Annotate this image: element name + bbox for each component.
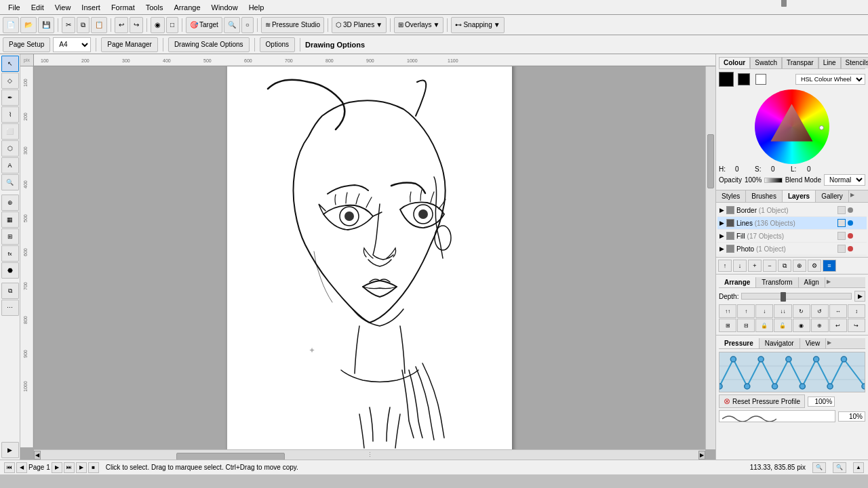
arrange-back[interactable]: ↓ [755, 304, 773, 318]
fill-tool[interactable]: ⬡ [1, 140, 19, 157]
pressure-studio-button[interactable]: ≋ Pressure Studio [261, 17, 324, 33]
undo-button[interactable]: ↩ [115, 17, 128, 33]
eyedropper-tool[interactable]: ⊕ [1, 195, 19, 211]
menu-arrange[interactable]: Arrange [168, 2, 205, 13]
zoom-in-status[interactable]: 🔍 [833, 462, 846, 473]
circle-btn[interactable]: ◉ [151, 17, 165, 33]
menu-file[interactable]: File [3, 2, 26, 13]
vertical-scrollbar[interactable] [705, 66, 715, 449]
pressure-percent2-input[interactable] [838, 411, 865, 422]
arrange-extra2[interactable]: ↪ [848, 319, 865, 332]
symbol-tool[interactable]: ⬣ [1, 262, 19, 279]
pressure-expand[interactable]: ▶ [826, 338, 833, 348]
arrange-expand[interactable]: ▶ [825, 277, 832, 287]
tab-brushes[interactable]: Brushes [746, 190, 783, 202]
select-tool[interactable]: ↖ [1, 56, 19, 72]
play-button[interactable]: ▶ [76, 462, 87, 473]
tab-swatch[interactable]: Swatch [750, 57, 782, 68]
tab-line[interactable]: Line [818, 57, 841, 68]
layer-lock[interactable] [855, 205, 865, 215]
arrange-flip-v[interactable]: ↕ [848, 304, 865, 318]
layer-border[interactable]: ▶ Border (1 Object) [717, 204, 867, 217]
opacity-slider[interactable] [764, 178, 782, 183]
circle-btn2[interactable]: ○ [241, 17, 254, 33]
cut-button[interactable]: ✂ [62, 17, 75, 33]
arrange-extra1[interactable]: ↩ [829, 319, 847, 332]
layer-merge[interactable]: ⊕ [793, 260, 806, 272]
arrange-hide[interactable]: ◉ [793, 319, 810, 332]
arrange-unlock[interactable]: 🔓 [774, 319, 791, 332]
menu-view[interactable]: View [50, 2, 77, 13]
tab-view[interactable]: View [800, 338, 827, 348]
page-format-select[interactable]: A4A3Letter [53, 37, 91, 52]
copy-button[interactable]: ⧉ [77, 17, 90, 33]
layer-add[interactable]: + [748, 260, 762, 272]
menu-edit[interactable]: Edit [26, 2, 50, 13]
opacity-thumb[interactable] [781, 0, 787, 7]
expand-left[interactable]: ▶ [1, 442, 19, 458]
options-button[interactable]: Options [260, 37, 295, 52]
layer-visibility4[interactable] [837, 245, 846, 253]
node-tool[interactable]: ◇ [1, 73, 19, 89]
first-page-button[interactable]: ⏮ [4, 462, 15, 473]
last-page-button[interactable]: ⏭ [64, 462, 75, 473]
layers-tool[interactable]: ⧉ [1, 283, 19, 299]
blend-mode-select[interactable]: Normal [824, 174, 865, 186]
menu-window[interactable]: Window [206, 2, 243, 13]
arrange-group[interactable]: ⊞ [719, 319, 736, 332]
pressure-percent-input[interactable] [808, 396, 835, 407]
layers-expand[interactable]: ▶ [849, 190, 856, 202]
wave-selector[interactable] [719, 410, 835, 422]
zoom-btn2[interactable]: 🔍 [224, 17, 240, 33]
next-page-button[interactable]: ▶ [52, 462, 62, 473]
target-button[interactable]: 🎯 Target [186, 17, 222, 33]
layer-visibility[interactable] [837, 206, 846, 214]
prev-page-button[interactable]: ◀ [16, 462, 27, 473]
depth-slider[interactable] [741, 293, 852, 300]
arrange-back-all[interactable]: ↓↓ [774, 304, 791, 318]
layer-delete[interactable]: − [763, 260, 776, 272]
menu-insert[interactable]: Insert [76, 2, 106, 13]
open-button[interactable]: 📂 [20, 17, 37, 33]
layer-lock2[interactable] [855, 218, 865, 228]
arrange-lock[interactable]: 🔒 [755, 319, 773, 332]
tab-arrange[interactable]: Arrange [719, 277, 756, 287]
tab-pressure[interactable]: Pressure [719, 338, 760, 348]
horizontal-scrollbar[interactable]: ◀ ⋮ ▶ [34, 449, 705, 460]
planes-button[interactable]: ⬡ 3D Planes ▼ [332, 17, 387, 33]
menu-tools[interactable]: Tools [140, 2, 169, 13]
redo-button[interactable]: ↪ [130, 17, 143, 33]
tab-gallery[interactable]: Gallery [816, 190, 849, 202]
effects-tool[interactable]: fx [1, 245, 19, 262]
pen-tool[interactable]: ✒ [1, 89, 19, 106]
layer-move-up[interactable]: ↑ [718, 260, 732, 272]
snapping-button[interactable]: ⊷ Snapping ▼ [451, 17, 504, 33]
color-wheel-select[interactable]: HSL Colour Wheel [795, 74, 865, 85]
tab-styles[interactable]: Styles [716, 190, 746, 202]
vertical-scroll-thumb[interactable] [707, 134, 714, 188]
layer-duplicate[interactable]: ⧉ [778, 260, 791, 272]
brush-tool[interactable]: ⌇ [1, 106, 19, 123]
scroll-right-btn[interactable]: ▶ [698, 451, 705, 460]
hue-indicator[interactable] [819, 125, 824, 130]
extra-tool[interactable]: ⋯ [1, 300, 19, 316]
pen-color[interactable] [738, 73, 750, 85]
layer-settings[interactable]: ⚙ [808, 260, 821, 272]
canvas-scroll[interactable]: ✦ [34, 66, 705, 449]
foreground-color[interactable] [719, 72, 734, 87]
tab-colour[interactable]: Colour [719, 57, 750, 68]
depth-thumb[interactable] [781, 292, 786, 302]
horizontal-scroll-thumb[interactable] [176, 453, 285, 460]
paste-button[interactable]: 📋 [91, 17, 107, 33]
tab-layers[interactable]: Layers [783, 190, 816, 202]
zoom-out-status[interactable]: 🔍 [812, 462, 826, 473]
menu-help[interactable]: Help [243, 2, 270, 13]
arrange-rotate-cw[interactable]: ↻ [793, 304, 810, 318]
layer-fill[interactable]: ▶ Fill (17 Objects) [717, 230, 867, 243]
page-manager-button[interactable]: Page Manager [101, 37, 158, 52]
layer-options[interactable]: ≡ [823, 260, 836, 272]
scroll-left-btn[interactable]: ◀ [34, 451, 41, 460]
new-button[interactable]: 📄 [3, 17, 19, 33]
color-wheel[interactable] [755, 89, 829, 164]
tab-navigator[interactable]: Navigator [760, 338, 800, 348]
